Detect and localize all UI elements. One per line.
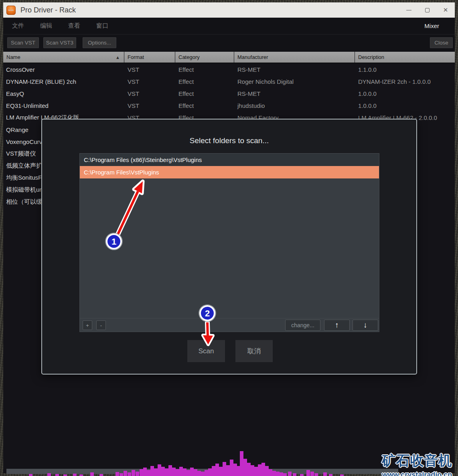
move-up-button[interactable]: ↑ <box>324 320 350 331</box>
maximize-button[interactable] <box>418 2 436 18</box>
maximize-icon <box>425 8 430 12</box>
change-folder-button[interactable]: change... <box>285 320 320 331</box>
window-title: Pro Driver - Rack <box>20 6 76 14</box>
table-row[interactable]: CrossOverVSTEffectRS-MET1.1.0.0 <box>3 63 455 75</box>
spectrum-bar <box>29 474 32 476</box>
column-header-label: Category <box>178 54 200 60</box>
cell-category: Effect <box>175 99 234 111</box>
toolbar: Close Scan VSTScan VST3Options... <box>3 34 455 52</box>
column-header-name[interactable]: Name▲ <box>3 52 124 63</box>
app-icon-label: icon <box>8 9 14 11</box>
cell-format: VST <box>124 75 175 87</box>
folder-list: C:\Program Files (x86)\Steinberg\VstPlug… <box>79 153 379 332</box>
cell-format: VST <box>124 63 175 75</box>
move-down-button[interactable]: ↓ <box>353 320 378 331</box>
cell-format: VST <box>124 99 175 111</box>
column-header-label: Description <box>358 54 384 60</box>
cell-category: Effect <box>175 63 234 75</box>
column-header-label: Name <box>6 54 20 60</box>
mixer-label[interactable]: Mixer <box>424 22 439 29</box>
spectrum-bar <box>79 474 83 476</box>
menu-item-3[interactable]: 窗口 <box>96 22 108 30</box>
app-icon: icon <box>6 6 16 15</box>
menu-item-2[interactable]: 查看 <box>68 22 80 30</box>
table-header: Name▲FormatCategoryManufacturerDescripti… <box>3 52 455 63</box>
folder-row-selected[interactable]: C:\Program Files\VstPlugins <box>80 166 379 178</box>
cell-category: Effect <box>175 87 234 99</box>
cell-description: 1.1.0.0 <box>355 63 455 75</box>
cell-description: 1.0.0.0 <box>355 99 455 111</box>
column-header-format[interactable]: Format <box>124 52 175 63</box>
table-row[interactable]: EasyQVSTEffectRS-MET1.0.0.0 <box>3 87 455 99</box>
toolbar-button-scan-vst3[interactable]: Scan VST3 <box>43 37 76 48</box>
close-icon: ✕ <box>443 6 448 14</box>
column-header-description[interactable]: Description <box>355 52 455 63</box>
sort-ascending-icon: ▲ <box>116 55 120 60</box>
minimize-button[interactable] <box>399 2 418 18</box>
folder-list-footer: + - change... ↑ ↓ <box>80 318 379 332</box>
column-header-manufacturer[interactable]: Manufacturer <box>234 52 355 63</box>
folder-row[interactable]: C:\Program Files (x86)\Steinberg\VstPlug… <box>80 154 379 166</box>
arrow-down-icon: ↓ <box>363 321 367 330</box>
cancel-button[interactable]: 取消 <box>235 340 273 362</box>
column-header-label: Manufacturer <box>237 54 268 60</box>
horizontal-scrollbar[interactable] <box>6 469 398 474</box>
cell-name: EasyQ <box>3 87 124 99</box>
column-header-category[interactable]: Category <box>175 52 234 63</box>
cell-manufacturer: RS-MET <box>234 63 355 75</box>
cell-category: Effect <box>175 75 234 87</box>
toolbar-button-scan-vst[interactable]: Scan VST <box>7 37 39 48</box>
spectrum-bar <box>300 474 304 476</box>
add-folder-button[interactable]: + <box>83 320 92 330</box>
close-panel-button[interactable]: Close <box>430 37 453 48</box>
cell-description: 1.0.0.0 <box>355 87 455 99</box>
cell-format: VST <box>124 87 175 99</box>
menu-item-0[interactable]: 文件 <box>12 22 24 30</box>
cell-description: DYNAM-IZER 2ch - 1.0.0.0 <box>355 75 455 87</box>
desktop-background: icon Pro Driver - Rack ✕ 文件编辑查看窗口Mixer C… <box>0 0 458 476</box>
cell-name: DYNAM-IZER (BLUE) 2ch <box>3 75 124 87</box>
column-header-label: Format <box>128 54 144 60</box>
remove-folder-button[interactable]: - <box>96 320 106 330</box>
spectrum-bar <box>340 474 344 476</box>
arrow-up-icon: ↑ <box>335 321 339 330</box>
table-row[interactable]: EQ31-UnlimitedVSTEffectjhudstudio1.0.0.0 <box>3 99 455 111</box>
spectrum-bar <box>63 474 67 476</box>
scan-folders-dialog: Select folders to scan... C:\Program Fil… <box>41 119 417 375</box>
spectrum-bar <box>99 474 103 476</box>
table-row[interactable]: DYNAM-IZER (BLUE) 2chVSTEffectRoger Nich… <box>3 75 455 87</box>
watermark-title: 矿石收音机 <box>381 452 453 470</box>
scan-button[interactable]: Scan <box>187 340 225 362</box>
cell-manufacturer: jhudstudio <box>234 99 355 111</box>
spectrum-bar <box>55 474 59 476</box>
titlebar: icon Pro Driver - Rack ✕ <box>3 2 455 18</box>
toolbar-button-options[interactable]: Options... <box>83 37 116 48</box>
cell-manufacturer: Roger Nichols Digital <box>234 75 355 87</box>
cell-name: EQ31-Unlimited <box>3 99 124 111</box>
close-window-button[interactable]: ✕ <box>436 2 455 18</box>
dialog-title: Select folders to scan... <box>42 136 416 145</box>
cell-manufacturer: RS-MET <box>234 87 355 99</box>
menubar: 文件编辑查看窗口Mixer <box>3 18 455 34</box>
folder-rows: C:\Program Files (x86)\Steinberg\VstPlug… <box>80 154 379 178</box>
menu-item-1[interactable]: 编辑 <box>40 22 52 30</box>
window-controls: ✕ <box>399 2 455 18</box>
minimize-icon <box>406 10 411 10</box>
spectrum-bar <box>329 474 332 476</box>
cell-name: CrossOver <box>3 63 124 75</box>
